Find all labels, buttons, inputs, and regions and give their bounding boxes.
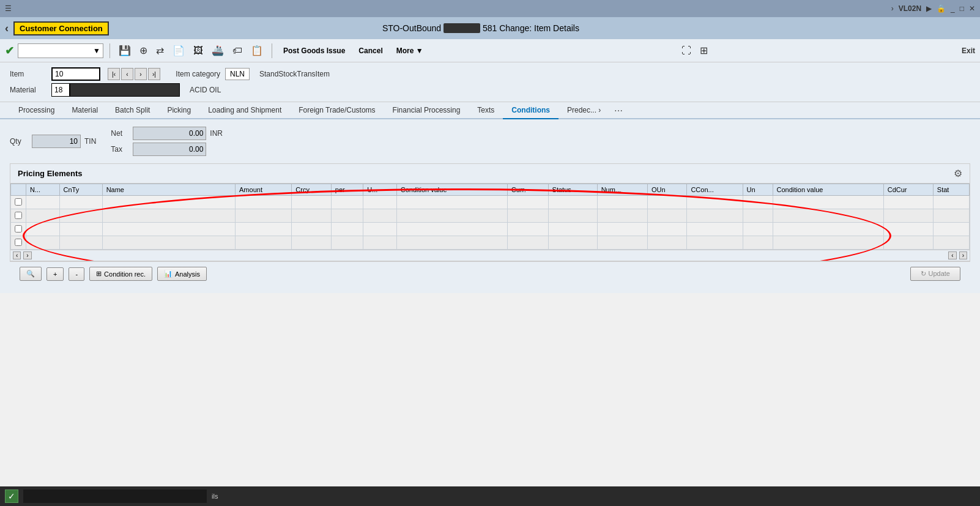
scroll-up-button[interactable]: ‹ (948, 251, 956, 259)
nav-last-button[interactable]: ›| (148, 68, 160, 80)
row-1-cdcur (883, 196, 933, 209)
more-button[interactable]: More ▼ (392, 45, 428, 56)
row-checkbox-4[interactable] (11, 236, 26, 250)
masked-order (444, 23, 480, 33)
material-name-input[interactable] (70, 83, 180, 97)
row-2-ccon (687, 209, 743, 223)
update-button[interactable]: ↻ Update (910, 267, 960, 281)
col-amount[interactable]: Amount (236, 184, 292, 196)
print-button[interactable]: 📋 (248, 43, 265, 58)
navigate-button[interactable]: ⇄ (154, 43, 166, 58)
record-icon[interactable]: ▶ (926, 4, 932, 13)
add-row-button[interactable]: + (46, 267, 64, 281)
tab-processing[interactable]: Processing (10, 102, 63, 118)
pricing-title: Pricing Elements (18, 169, 82, 178)
minimize-icon[interactable]: _ (951, 4, 955, 13)
row-4-per (331, 236, 363, 250)
image-button[interactable]: 🖼 (191, 44, 206, 58)
row-1-un (743, 196, 773, 209)
row-2-u (363, 209, 397, 223)
net-currency: INR (210, 129, 223, 138)
cancel-button[interactable]: Cancel (354, 45, 387, 56)
row-3-cond-val-2 (773, 223, 883, 236)
col-un[interactable]: Un (743, 184, 773, 196)
col-stat[interactable]: Stat (933, 184, 969, 196)
zoom-button[interactable]: 🔍 (20, 267, 42, 281)
tab-material[interactable]: Material (63, 102, 106, 118)
tab-picking[interactable]: Picking (158, 102, 199, 118)
col-status[interactable]: Status (548, 184, 597, 196)
col-oun[interactable]: OUn (647, 184, 687, 196)
tab-batch-split[interactable]: Batch Split (106, 102, 158, 118)
scroll-down-button[interactable]: › (959, 251, 967, 259)
material-number-input[interactable] (51, 83, 70, 97)
row-1-n (26, 196, 60, 209)
item-input[interactable] (51, 67, 100, 81)
shortcut-button[interactable]: ⊕ (137, 43, 150, 58)
confirm-button[interactable]: ✔ (5, 44, 14, 58)
tab-predec[interactable]: Predec... › (559, 102, 609, 118)
qty-input[interactable] (32, 135, 81, 148)
scroll-left-button[interactable]: ‹ (13, 251, 21, 259)
col-cdcur[interactable]: CdCur (883, 184, 933, 196)
row-1-cnty (59, 196, 102, 209)
col-n[interactable]: N... (26, 184, 60, 196)
condition-rec-button[interactable]: ⊞ Condition rec. (89, 267, 152, 281)
row-checkbox-2[interactable] (11, 209, 26, 223)
col-num[interactable]: Num... (597, 184, 647, 196)
bottom-bar: 🔍 + - ⊞ Condition rec. 📊 Analysis ↻ Upda… (10, 261, 970, 286)
nav-prev-button[interactable]: ‹ (121, 68, 133, 80)
col-cnty[interactable]: CnTy (59, 184, 102, 196)
command-dropdown[interactable]: ▼ (18, 43, 103, 58)
back-button[interactable]: ‹ (5, 22, 9, 35)
row-checkbox-1[interactable] (11, 196, 26, 209)
ship-button[interactable]: 🚢 (209, 43, 226, 58)
col-condition-value-2[interactable]: Condition value (773, 184, 883, 196)
row-1-per (331, 196, 363, 209)
doc-button[interactable]: 📄 (170, 43, 187, 58)
maximize-icon[interactable]: □ (960, 4, 964, 13)
exit-button[interactable]: Exit (962, 47, 975, 55)
more-label: More (396, 47, 414, 55)
tax-input[interactable] (133, 143, 206, 156)
material-label: Material (10, 86, 46, 94)
row-3-per (331, 223, 363, 236)
forward-icon[interactable]: › (891, 4, 894, 13)
tab-loading[interactable]: Loading and Shipment (199, 102, 290, 118)
tag-button[interactable]: 🏷 (230, 44, 245, 58)
toolbar: ✔ ▼ 💾 ⊕ ⇄ 📄 🖼 🚢 🏷 📋 Post Goods Issue Can… (0, 39, 980, 62)
row-4-amount (236, 236, 292, 250)
col-condition-value-1[interactable]: Condition value (396, 184, 507, 196)
nav-next-button[interactable]: › (135, 68, 147, 80)
qty-unit: TIN (84, 137, 96, 146)
tab-conditions[interactable]: Conditions (503, 102, 559, 119)
row-3-cnty (59, 223, 102, 236)
pricing-table-scroll[interactable]: N... CnTy Name Amount Crcy per U... Cond… (10, 184, 970, 250)
tab-foreign-trade[interactable]: Foreign Trade/Customs (290, 102, 384, 118)
row-checkbox-3[interactable] (11, 223, 26, 236)
tab-texts[interactable]: Texts (469, 102, 503, 118)
tabs-more-icon[interactable]: ⋯ (609, 103, 628, 118)
post-goods-issue-button[interactable]: Post Goods Issue (278, 45, 350, 56)
col-u[interactable]: U... (363, 184, 397, 196)
close-icon[interactable]: ✕ (969, 4, 975, 13)
row-4-crcy (292, 236, 332, 250)
col-crcy[interactable]: Crcy (292, 184, 332, 196)
col-per[interactable]: per (331, 184, 363, 196)
save-button[interactable]: 💾 (116, 43, 133, 58)
remove-row-button[interactable]: - (69, 267, 84, 281)
col-curr[interactable]: Curr. (507, 184, 548, 196)
row-4-ccon (687, 236, 743, 250)
col-ccon[interactable]: CCon... (687, 184, 743, 196)
menu-icon[interactable]: ☰ (5, 4, 12, 13)
settings-icon[interactable]: ⚙ (954, 168, 962, 179)
analysis-button[interactable]: 📊 Analysis (157, 267, 207, 281)
net-input[interactable] (133, 127, 206, 140)
lock-icon[interactable]: 🔒 (937, 4, 946, 13)
tab-financial[interactable]: Financial Processing (384, 102, 469, 118)
scroll-right-button[interactable]: › (23, 251, 31, 259)
col-name[interactable]: Name (102, 184, 235, 196)
nav-first-button[interactable]: |‹ (108, 68, 120, 80)
expand-button[interactable]: ⛶ (679, 44, 694, 58)
fullscreen-button[interactable]: ⊞ (697, 43, 710, 58)
